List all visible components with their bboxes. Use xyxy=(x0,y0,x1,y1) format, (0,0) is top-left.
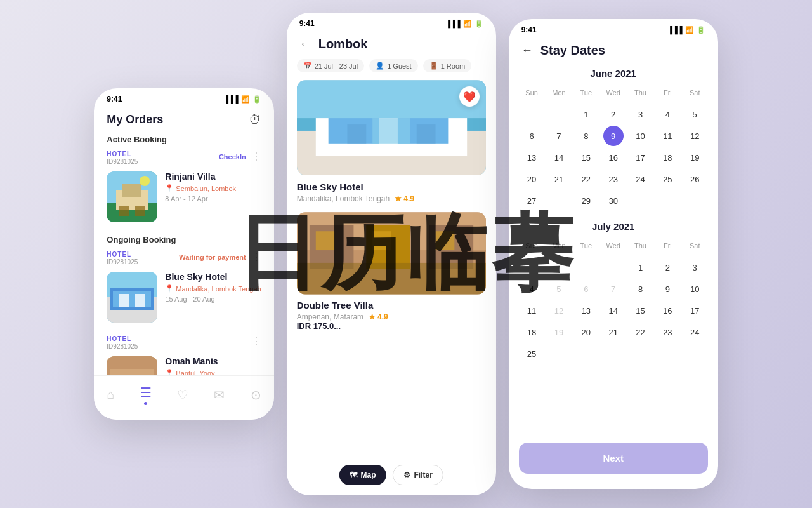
july-day-20[interactable]: 20 xyxy=(576,322,596,342)
status-time-3: 9:41 xyxy=(521,25,537,34)
june-day-10[interactable]: 10 xyxy=(631,126,651,146)
june-day-19[interactable]: 19 xyxy=(684,147,705,168)
june-day-21[interactable]: 21 xyxy=(549,169,569,189)
july-day-8[interactable]: 8 xyxy=(631,279,651,299)
june-day-3[interactable]: 3 xyxy=(631,104,651,124)
svg-rect-10 xyxy=(113,291,151,307)
july-header-sat: Sat xyxy=(682,239,708,252)
ongoing-booking-label: Ongoing Booking xyxy=(107,235,261,244)
rooms-filter[interactable]: 🚪 1 Room xyxy=(423,59,472,72)
july-day-11[interactable]: 11 xyxy=(521,300,542,321)
july-day-22[interactable]: 22 xyxy=(631,322,651,342)
june-day-12[interactable]: 12 xyxy=(684,126,705,146)
june-day-24[interactable]: 24 xyxy=(631,169,651,189)
july-day-3[interactable]: 3 xyxy=(684,257,705,277)
favorite-button-1[interactable]: ❤️ xyxy=(459,86,480,107)
june-day-22[interactable]: 22 xyxy=(576,169,596,189)
hotel-tag-2: HOTEL xyxy=(107,251,138,258)
june-day-15[interactable]: 15 xyxy=(576,147,596,168)
june-day-25[interactable]: 25 xyxy=(657,169,678,189)
nav-home[interactable]: ⌂ xyxy=(99,385,122,404)
june-day-27[interactable]: 27 xyxy=(521,190,542,211)
orders-title: My Orders xyxy=(107,113,163,126)
more-icon-3[interactable]: ⋮ xyxy=(251,335,261,347)
listing1-title: Blue Sky Hotel xyxy=(297,182,486,192)
filter-bar: 📅 21 Jul - 23 Jul 👤 1 Guest 🚪 1 Room xyxy=(287,59,496,80)
june-day-13[interactable]: 13 xyxy=(521,147,542,168)
booking3-id: ID9281025 xyxy=(107,343,138,350)
signal-icon: ▐▐▐ xyxy=(223,95,238,103)
june-headers: Sun Mon Tue Wed Thu Fri Sat xyxy=(519,86,708,99)
june-day-29[interactable]: 29 xyxy=(576,190,596,211)
june-day-20[interactable]: 20 xyxy=(521,169,542,189)
nav-profile[interactable]: ⊙ xyxy=(243,385,269,405)
july-day-18[interactable]: 18 xyxy=(521,322,542,342)
july-day-24[interactable]: 24 xyxy=(684,322,705,342)
july-day-7[interactable]: 7 xyxy=(603,279,624,299)
back-button-2[interactable]: ← xyxy=(299,37,311,51)
june-days-grid: 1 2 3 4 5 6 7 8 9 10 11 12 13 14 15 16 1… xyxy=(519,104,708,211)
july-day-12[interactable]: 12 xyxy=(549,300,569,321)
more-icon-1[interactable]: ⋮ xyxy=(251,150,261,163)
july-day-4[interactable]: 4 xyxy=(521,279,542,299)
map-button[interactable]: 🗺 Map xyxy=(339,465,386,485)
june-day-1[interactable]: 1 xyxy=(576,104,596,124)
july-day-10[interactable]: 10 xyxy=(684,279,705,299)
phone1-orders: 9:41 ▐▐▐ 📶 🔋 My Orders ⏱ Active Booking … xyxy=(94,88,273,420)
guests-filter[interactable]: 👤 1 Guest xyxy=(369,59,418,72)
svg-rect-11 xyxy=(119,294,129,307)
june-day-8[interactable]: 8 xyxy=(576,126,596,146)
filter-button[interactable]: ⚙ Filter xyxy=(393,465,443,485)
phone3-stay-dates: 9:41 ▐▐▐ 📶 🔋 ← Stay Dates June 2021 Sun … xyxy=(509,19,718,489)
july-day-6[interactable]: 6 xyxy=(576,279,596,299)
nav-favorites[interactable]: ♡ xyxy=(169,385,196,405)
june-day-9[interactable]: 9 xyxy=(603,126,624,146)
june-empty-e3 xyxy=(684,190,705,211)
july-day-17[interactable]: 17 xyxy=(684,300,705,321)
june-day-30[interactable]: 30 xyxy=(603,190,624,211)
june-day-16[interactable]: 16 xyxy=(603,147,624,168)
history-icon[interactable]: ⏱ xyxy=(249,112,261,127)
svg-rect-26 xyxy=(347,124,366,144)
june-day-18[interactable]: 18 xyxy=(657,147,678,168)
july-header-fri: Fri xyxy=(655,239,681,252)
july-day-5[interactable]: 5 xyxy=(549,279,569,299)
june-day-5[interactable]: 5 xyxy=(684,104,705,124)
july-day-21[interactable]: 21 xyxy=(603,322,624,342)
nav-orders[interactable]: ☰ xyxy=(133,382,159,408)
july-day-15[interactable]: 15 xyxy=(631,300,651,321)
next-button[interactable]: Next xyxy=(519,443,708,474)
june-day-6[interactable]: 6 xyxy=(521,126,542,146)
date-filter[interactable]: 📅 21 Jul - 23 Jul xyxy=(297,59,364,72)
june-day-26[interactable]: 26 xyxy=(684,169,705,189)
july-day-23[interactable]: 23 xyxy=(657,322,678,342)
hotel-tag-1: HOTEL xyxy=(107,150,138,157)
june-day-2[interactable]: 2 xyxy=(603,104,624,124)
july-day-16[interactable]: 16 xyxy=(657,300,678,321)
back-button-3[interactable]: ← xyxy=(521,44,533,57)
listing2-rating: ★ 4.9 xyxy=(369,312,388,321)
day-header-wed: Wed xyxy=(600,86,626,99)
more-icon-2[interactable]: ⋮ xyxy=(251,251,261,263)
june-day-11[interactable]: 11 xyxy=(657,126,678,146)
booking3-header: HOTEL ID9281025 ⋮ xyxy=(107,335,261,350)
checkin-button[interactable]: CheckIn xyxy=(219,153,246,161)
status-icons-1: ▐▐▐ 📶 🔋 xyxy=(223,95,261,104)
july-day-2[interactable]: 2 xyxy=(657,257,678,277)
july-day-19[interactable]: 19 xyxy=(549,322,569,342)
june-day-4[interactable]: 4 xyxy=(657,104,678,124)
star-icon-2: ★ xyxy=(369,312,376,321)
orders-header: My Orders ⏱ xyxy=(94,107,273,135)
waiting-button[interactable]: Waiting for payment xyxy=(179,253,246,261)
june-day-7[interactable]: 7 xyxy=(549,126,569,146)
july-day-13[interactable]: 13 xyxy=(576,300,596,321)
june-day-23[interactable]: 23 xyxy=(603,169,624,189)
july-day-25[interactable]: 25 xyxy=(521,344,542,364)
svg-rect-33 xyxy=(315,231,334,250)
july-day-14[interactable]: 14 xyxy=(603,300,624,321)
july-day-9[interactable]: 9 xyxy=(657,279,678,299)
june-day-17[interactable]: 17 xyxy=(631,147,651,168)
july-day-1[interactable]: 1 xyxy=(631,257,651,277)
june-day-14[interactable]: 14 xyxy=(549,147,569,168)
nav-messages[interactable]: ✉ xyxy=(206,385,232,405)
